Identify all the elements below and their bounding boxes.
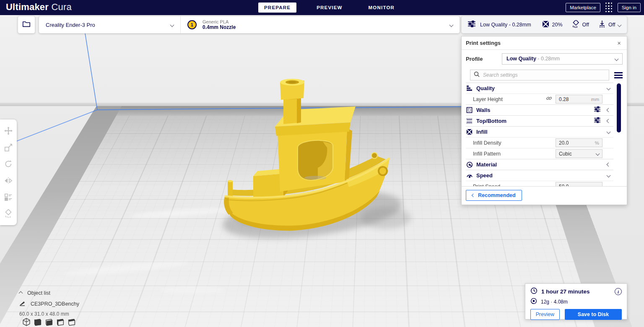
tab-monitor[interactable]: MONITOR [363, 3, 401, 13]
search-box[interactable] [470, 70, 609, 80]
material-icon [466, 161, 473, 168]
chevron-down-icon[interactable] [606, 86, 610, 91]
infill-density-input[interactable]: 20.0 % [556, 138, 602, 147]
adhesion-icon [598, 20, 606, 29]
rotate-tool-button[interactable] [3, 159, 13, 169]
setting-infill-pattern: Infill Pattern Cubic [466, 148, 613, 159]
stage-tabs: PREPARE PREVIEW MONITOR [258, 0, 400, 15]
infill-icon [542, 21, 549, 29]
category-material[interactable]: Material [466, 159, 613, 170]
material-usage-row: 12g · 4.08m [530, 298, 622, 306]
extruder-badge: 1 [187, 20, 197, 29]
chevron-down-icon [596, 152, 600, 156]
view-front-icon[interactable] [33, 317, 42, 327]
model-tools-toolbar [0, 119, 17, 225]
search-row [462, 67, 627, 83]
app-logo: Ultimaker Cura [6, 2, 72, 13]
scale-tool-button[interactable] [3, 143, 13, 153]
print-settings-summary[interactable]: Low Quality - 0.28mm 20% Off Off [461, 16, 627, 34]
clock-icon [530, 287, 538, 296]
tab-preview[interactable]: PREVIEW [311, 3, 348, 13]
view-left-icon[interactable] [56, 317, 65, 327]
info-icon[interactable]: i [615, 288, 622, 295]
walls-icon [466, 106, 473, 114]
logo-ultimaker: Ultimaker [6, 2, 49, 12]
chevron-down-icon [449, 23, 454, 27]
category-speed[interactable]: Speed [466, 170, 613, 181]
settings-scrollbar[interactable] [617, 83, 621, 132]
category-top-bottom[interactable]: Top/Bottom [466, 115, 613, 126]
material-usage: 12g · 4.08m [541, 299, 568, 305]
search-icon [474, 71, 480, 79]
profile-value: Low Quality [506, 56, 536, 62]
object-list-toggle[interactable]: Object list [19, 288, 79, 298]
configuration-bar: Creality Ender-3 Pro 1 Generic PLA 0.4mm… [39, 16, 460, 34]
setting-infill-density: Infill Density 20.0 % [466, 137, 613, 148]
preview-button[interactable]: Preview [530, 309, 560, 320]
save-to-disk-button[interactable]: Save to Disk [565, 309, 622, 320]
spool-icon [530, 298, 537, 306]
summary-profile: Low Quality - 0.28mm [480, 22, 531, 28]
support-icon [572, 20, 580, 30]
close-icon[interactable]: × [615, 39, 623, 47]
print-settings-panel: Print settings × Profile Low Quality - 0… [461, 36, 627, 205]
sign-in-button[interactable]: Sign in [618, 3, 641, 12]
link-icon [546, 95, 552, 103]
print-job-card: 1 hour 27 minutes i 12g · 4.08m Preview … [525, 283, 627, 319]
model-icon [19, 300, 26, 308]
support-blocker-button[interactable] [3, 209, 13, 219]
mirror-tool-button[interactable] [3, 176, 13, 186]
custom-settings-icon [594, 117, 601, 125]
layer-height-input[interactable]: 0.28 mm [556, 95, 602, 104]
profile-row: Profile Low Quality - 0.28mm [462, 50, 627, 67]
summary-adhesion: Off [608, 22, 615, 28]
object-list-item[interactable]: CE3PRO_3DBenchy [19, 299, 79, 309]
view-3d-icon[interactable] [22, 317, 31, 327]
chevron-down-icon[interactable] [606, 130, 610, 134]
action-buttons: Preview Save to Disk [530, 309, 622, 320]
view-top-icon[interactable] [44, 317, 54, 327]
category-quality[interactable]: Quality [466, 83, 613, 93]
chevron-down-icon[interactable] [606, 174, 610, 178]
printer-selector[interactable]: Creality Ender-3 Pro [39, 16, 181, 33]
printer-name: Creality Ender-3 Pro [46, 22, 171, 28]
print-speed-input[interactable]: 50.0 [556, 182, 602, 186]
nozzle-size: 0.4mm Nozzle [203, 24, 450, 30]
search-input[interactable] [483, 72, 605, 78]
recommended-mode-button[interactable]: Recommended [466, 190, 522, 201]
custom-settings-icon [594, 106, 601, 114]
chevron-down-icon [618, 23, 622, 27]
object-list: Object list CE3PRO_3DBenchy 60.0 x 31.0 … [19, 288, 79, 317]
move-tool-button[interactable] [3, 126, 13, 136]
marketplace-button[interactable]: Marketplace [566, 3, 600, 12]
tab-prepare[interactable]: PREPARE [258, 3, 296, 13]
app-header: Ultimaker Cura PREPARE PREVIEW MONITOR M… [0, 0, 644, 15]
print-time: 1 hour 27 minutes [541, 288, 611, 295]
material-info: Generic PLA 0.4mm Nozzle [203, 19, 450, 30]
material-selector[interactable]: 1 Generic PLA 0.4mm Nozzle [181, 16, 460, 33]
chevron-down-icon [170, 23, 174, 27]
setting-print-speed: Print Speed 50.0 [466, 181, 613, 186]
apps-grid-icon[interactable] [605, 3, 613, 13]
model-dimensions: 60.0 x 31.0 x 48.0 mm [19, 311, 79, 317]
infill-icon [466, 128, 473, 135]
panel-header: Print settings × [462, 36, 627, 50]
chevron-left-icon[interactable] [606, 119, 610, 123]
speed-icon [466, 172, 473, 179]
setting-layer-height: Layer Height 0.28 mm [466, 93, 613, 104]
chevron-left-icon[interactable] [606, 163, 610, 167]
infill-pattern-dropdown[interactable]: Cubic [556, 149, 602, 158]
settings-menu-icon[interactable] [614, 71, 623, 80]
view-right-icon[interactable] [67, 317, 76, 327]
profile-dropdown[interactable]: Low Quality - 0.28mm [502, 53, 623, 65]
chevron-left-icon[interactable] [606, 108, 610, 112]
per-model-settings-button[interactable] [3, 192, 13, 202]
category-walls[interactable]: Walls [466, 104, 613, 115]
summary-infill: 20% [552, 22, 563, 28]
category-infill[interactable]: Infill [466, 126, 613, 137]
open-file-button[interactable] [18, 16, 35, 34]
profile-label: Profile [466, 56, 502, 62]
summary-support: Off [582, 22, 589, 28]
cura-app: Ultimaker Cura PREPARE PREVIEW MONITOR M… [0, 0, 644, 327]
print-time-row: 1 hour 27 minutes i [530, 287, 622, 296]
